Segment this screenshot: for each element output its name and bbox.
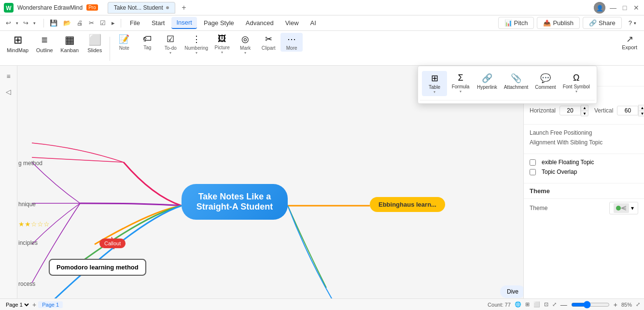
zoom-out-icon[interactable]: —	[560, 301, 567, 309]
toolbar-more-button[interactable]: ⋯ More	[280, 33, 303, 52]
fullscreen-icon[interactable]: ⤢	[552, 301, 557, 308]
menu-file[interactable]: File	[125, 17, 145, 28]
kanban-label: Kanban	[60, 47, 79, 53]
export-label: Export	[622, 44, 637, 50]
print-button[interactable]: 🖨	[75, 18, 85, 28]
save-button[interactable]: 💾	[48, 18, 59, 28]
publish-button[interactable]: 📤 Publish	[537, 17, 580, 29]
toolbar-kanban[interactable]: ▦ Kanban	[57, 33, 82, 54]
topic-overlap-checkbox[interactable]	[530, 169, 536, 175]
close-button[interactable]: ✕	[632, 4, 640, 12]
menu-insert[interactable]: Insert	[171, 17, 197, 29]
help-button[interactable]: ? ▾	[625, 17, 640, 28]
callout-node[interactable]: Callout	[99, 239, 126, 248]
fontsymbol-caret: ▾	[575, 89, 577, 94]
dropdown-table[interactable]: ⊞ Table ▾	[422, 71, 447, 96]
horizontal-spin-down[interactable]: ▼	[581, 111, 588, 116]
right-branch-text: Ebbinghaus learn...	[378, 201, 436, 208]
formula-caret: ▾	[460, 89, 462, 94]
sub-topic-4[interactable]: rocess	[18, 281, 35, 287]
sub-topic-2[interactable]: hnique	[18, 201, 36, 208]
dropdown-fontsymbol[interactable]: Ω Font Symbol ▾	[560, 71, 593, 96]
check-button[interactable]: ☑	[98, 18, 108, 28]
sub-topic-3[interactable]: inciples	[18, 240, 38, 246]
active-page-tab[interactable]: Page 1	[38, 301, 63, 308]
open-button[interactable]: 📂	[61, 18, 73, 28]
flexible-floating-label: exible Floating Topic	[542, 159, 594, 166]
toolbar-picture[interactable]: 🖼 Picture ▾	[211, 33, 233, 56]
menu-view[interactable]: View	[280, 17, 304, 28]
sidebar-expand-btn[interactable]: ≡	[2, 70, 15, 83]
redo-button[interactable]: ↪	[21, 18, 30, 28]
menu-advanced[interactable]: Advanced	[241, 17, 279, 28]
dropdown-hyperlink[interactable]: 🔗 Hyperlink	[474, 71, 500, 92]
single-view-icon[interactable]: ⬜	[533, 301, 540, 308]
toolbar-tag[interactable]: 🏷 Tag	[136, 33, 158, 51]
dropdown-comment[interactable]: 💬 Comment	[532, 71, 559, 92]
share-button[interactable]: 🔗 Share	[583, 17, 622, 29]
outline-icon: ≡	[42, 34, 48, 46]
zoom-in-icon[interactable]: +	[614, 301, 617, 309]
user-avatar[interactable]: 👤	[594, 2, 605, 14]
sidebar-collapse-btn[interactable]: ◁	[2, 85, 15, 99]
horizontal-input[interactable]	[560, 106, 581, 115]
toolbar-note[interactable]: 📝 Note	[113, 33, 135, 52]
fit-page-icon[interactable]: ⊡	[544, 301, 548, 308]
fit-icon[interactable]: ⤢	[636, 301, 640, 308]
sub-topic-2-text: hnique	[18, 201, 36, 208]
outline-label: Outline	[36, 47, 53, 53]
active-tab[interactable]: Take Not... Student	[108, 2, 175, 14]
export-button[interactable]: ↗ Export	[619, 33, 640, 51]
titlebar: W Wondershare EdrawMind Pro Take Not... …	[0, 0, 644, 15]
free-positioning-row: Launch Free Positioning	[530, 129, 638, 136]
sub-topic-3-text: inciples	[18, 240, 38, 246]
toolbar-mark[interactable]: ◎ Mark ▾	[234, 33, 256, 56]
vertical-input[interactable]	[617, 106, 638, 115]
sub-topic-1[interactable]: g method	[18, 160, 42, 167]
toolbar-outline[interactable]: ≡ Outline	[32, 33, 56, 54]
undo-button[interactable]: ↩	[4, 18, 13, 28]
add-tab-button[interactable]: +	[179, 3, 189, 13]
redo-dropdown[interactable]: ▾	[31, 20, 38, 27]
globe-icon[interactable]: 🌐	[515, 301, 521, 308]
method-node[interactable]: Pomodoro learning method	[49, 259, 146, 276]
todo-dropdown-arrow: ▾	[169, 51, 171, 55]
menu-pagestyle[interactable]: Page Style	[199, 17, 239, 28]
vertical-spin-up[interactable]: ▲	[638, 105, 644, 111]
central-topic[interactable]: Take Notes Like aStraight-A Student	[182, 184, 288, 220]
dropdown-attachment[interactable]: 📎 Attachment	[501, 71, 532, 92]
more-label: More	[286, 45, 297, 51]
zoom-slider[interactable]	[571, 301, 610, 309]
toolbar-mindmap[interactable]: ⊞ MindMap	[4, 33, 31, 54]
theme-dropdown-arrow: ▾	[631, 205, 634, 211]
clipart-label: Clipart	[262, 45, 276, 51]
play-button[interactable]: ▸	[110, 18, 117, 28]
grid-view-icon[interactable]: ⊞	[525, 301, 530, 308]
toolbar-todo[interactable]: ☑ To-do ▾	[159, 33, 182, 56]
slides-label: Slides	[87, 47, 102, 53]
maximize-button[interactable]: □	[621, 4, 629, 12]
toolbar-numbering[interactable]: ⋮ Numbering ▾	[182, 33, 210, 56]
horizontal-label: Horizontal	[530, 107, 556, 114]
add-page-button[interactable]: +	[32, 301, 36, 309]
undo-dropdown[interactable]: ▾	[14, 20, 20, 27]
menu-start[interactable]: Start	[147, 17, 169, 28]
minimize-button[interactable]: —	[609, 4, 617, 12]
pitch-button[interactable]: 📊 Pitch	[498, 17, 534, 29]
menu-ai[interactable]: AI	[306, 17, 321, 28]
theme-select[interactable]: ▾	[609, 202, 638, 214]
dropdown-formula[interactable]: Σ Formula ▾	[448, 71, 473, 96]
horizontal-spin-up[interactable]: ▲	[581, 105, 588, 111]
page-selector[interactable]: Page 1	[4, 301, 30, 308]
numbering-icon: ⋮	[192, 34, 201, 44]
dive-node[interactable]: Dive	[500, 285, 523, 298]
central-topic-text: Take Notes Like aStraight-A Student	[196, 192, 273, 211]
toolbar-clipart[interactable]: ✂ Clipart	[257, 33, 280, 52]
todo-label: To-do	[165, 45, 177, 51]
toolbar-slides[interactable]: ⬜ Slides	[83, 33, 107, 54]
flexible-floating-checkbox[interactable]	[530, 159, 536, 166]
vertical-label: Vertical	[594, 107, 613, 114]
cut-button[interactable]: ✂	[87, 18, 96, 28]
vertical-spin-down[interactable]: ▼	[638, 111, 644, 116]
right-branch-topic[interactable]: Ebbinghaus learn...	[370, 197, 445, 212]
